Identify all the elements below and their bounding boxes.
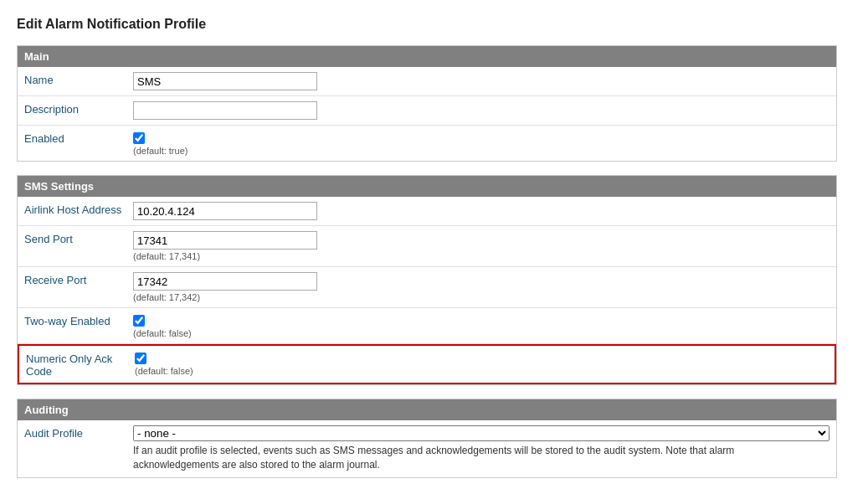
sms-settings-section: SMS Settings Airlink Host Address Send P… <box>17 175 837 385</box>
name-control <box>133 72 829 90</box>
airlink-host-label: Airlink Host Address <box>24 202 133 216</box>
numeric-only-row: Numeric Only Ack Code (default: false) <box>18 344 836 384</box>
description-control <box>133 101 829 120</box>
name-row: Name <box>18 67 836 96</box>
send-port-control: (default: 17,341) <box>133 231 829 261</box>
enabled-default: (default: true) <box>133 146 829 156</box>
two-way-default: (default: false) <box>133 328 829 338</box>
send-port-input[interactable] <box>133 231 317 250</box>
airlink-host-row: Airlink Host Address <box>18 197 836 226</box>
numeric-only-label: Numeric Only Ack Code <box>26 351 135 378</box>
send-port-default: (default: 17,341) <box>133 251 829 261</box>
airlink-host-input[interactable] <box>133 202 317 220</box>
enabled-checkbox[interactable] <box>133 132 145 144</box>
audit-profile-control: - none - If an audit profile is selected… <box>133 425 829 472</box>
auditing-header: Auditing <box>18 399 836 420</box>
sms-settings-header: SMS Settings <box>18 176 836 197</box>
two-way-label: Two-way Enabled <box>24 313 133 327</box>
receive-port-row: Receive Port (default: 17,342) <box>18 267 836 308</box>
receive-port-control: (default: 17,342) <box>133 272 829 302</box>
two-way-control: (default: false) <box>133 313 829 338</box>
receive-port-label: Receive Port <box>24 272 133 286</box>
receive-port-input[interactable] <box>133 272 317 291</box>
airlink-host-control <box>133 202 829 220</box>
send-port-row: Send Port (default: 17,341) <box>18 226 836 267</box>
name-label: Name <box>24 72 133 86</box>
numeric-only-checkbox[interactable] <box>135 353 146 364</box>
audit-profile-label: Audit Profile <box>24 425 133 440</box>
description-label: Description <box>24 101 133 116</box>
numeric-only-control: (default: false) <box>135 351 828 376</box>
two-way-row: Two-way Enabled (default: false) <box>18 308 836 344</box>
main-section-header: Main <box>18 46 836 67</box>
page-title: Edit Alarm Notification Profile <box>17 17 851 32</box>
name-input[interactable] <box>133 72 317 90</box>
audit-profile-select[interactable]: - none - <box>133 425 829 441</box>
two-way-checkbox[interactable] <box>133 315 145 327</box>
enabled-control: (default: true) <box>133 131 829 156</box>
receive-port-default: (default: 17,342) <box>133 292 829 302</box>
description-row: Description <box>18 96 836 126</box>
numeric-only-default: (default: false) <box>135 366 828 376</box>
description-input[interactable] <box>133 101 317 120</box>
audit-description: If an audit profile is selected, events … <box>133 444 761 472</box>
auditing-section: Auditing Audit Profile - none - If an au… <box>17 399 837 478</box>
enabled-label: Enabled <box>24 131 133 145</box>
main-section: Main Name Description Enabled (default: … <box>17 45 837 162</box>
send-port-label: Send Port <box>24 231 133 245</box>
enabled-row: Enabled (default: true) <box>18 126 836 161</box>
audit-profile-row: Audit Profile - none - If an audit profi… <box>18 420 836 477</box>
